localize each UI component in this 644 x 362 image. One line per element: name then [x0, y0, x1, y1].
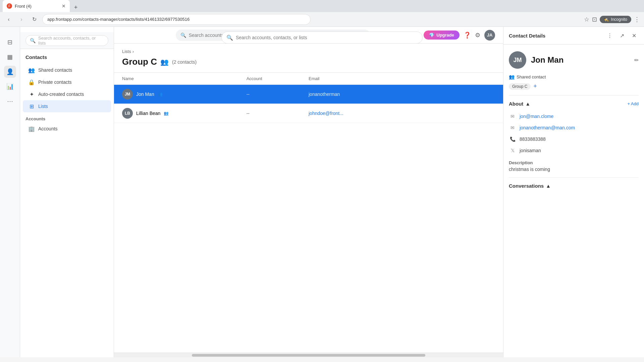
group-icon: 👥	[160, 58, 169, 66]
col-name: Name	[122, 76, 247, 81]
sidebar-item-lists[interactable]: ⊞ Lists	[23, 100, 111, 112]
search-input[interactable]	[236, 35, 418, 40]
email-1-link[interactable]: jon@man.clome	[520, 114, 553, 119]
user-avatar[interactable]: JA	[484, 30, 495, 41]
info-row-phone: 📞 8833883388	[509, 133, 639, 145]
phone-value: 8833883388	[520, 136, 546, 142]
contact-name: Lillian Bean	[136, 111, 160, 116]
tab-favicon: F	[7, 3, 12, 9]
avatar: LB	[122, 108, 133, 119]
sidebar-contacts-icon[interactable]: 👤	[4, 66, 16, 78]
contact-hero: JM Jon Man ✏	[509, 51, 639, 69]
tab-close-button[interactable]: ✕	[62, 3, 66, 9]
details-header: Contact Details ⋮ ↗ ✕	[503, 27, 644, 45]
sidebar-calendar-icon[interactable]: ▦	[4, 51, 16, 63]
sidebar-item-accounts-label: Accounts	[38, 126, 58, 131]
details-external-link-button[interactable]: ↗	[617, 31, 627, 40]
contact-hero-name: Jon Man	[531, 55, 630, 65]
details-more-button[interactable]: ⋮	[605, 31, 614, 40]
sidebar-item-auto-contacts[interactable]: ✦ Auto-created contacts	[23, 88, 111, 100]
page-header: Lists › Group C 👥 (2 contacts)	[114, 44, 503, 73]
private-contacts-icon: 🔒	[28, 79, 35, 85]
sidebar-item-auto-label: Auto-created contacts	[38, 92, 84, 97]
about-title: About ▲	[509, 101, 530, 107]
shared-badge-label: Shared contact	[517, 74, 546, 79]
email-2-link[interactable]: jonanotherman@man.com	[520, 125, 575, 130]
phone-icon: 📞	[509, 135, 516, 143]
upgrade-button[interactable]: 💎 Upgrade	[424, 31, 460, 40]
incognito-indicator: 🕵 Incognito	[600, 16, 631, 23]
details-close-button[interactable]: ✕	[629, 31, 639, 40]
sidebar-item-lists-label: Lists	[38, 104, 48, 109]
shared-badge-icon: 👥	[509, 74, 515, 79]
email-icon: ✉	[509, 113, 516, 120]
account-cell: --	[247, 91, 309, 97]
add-tag-button[interactable]: +	[533, 83, 537, 90]
new-tab-button[interactable]: +	[71, 3, 80, 12]
extensions-icon[interactable]: ⊡	[592, 16, 597, 23]
contacts-table: Name Account Email JM Jon Man 👥 -- jonan…	[114, 73, 503, 353]
info-row-email2: ✉ jonanotherman@man.com	[509, 122, 639, 133]
accounts-section-title: Accounts	[20, 112, 114, 123]
shared-contacts-icon: 👥	[28, 67, 35, 73]
table-row[interactable]: LB Lillian Bean 👥 -- johndoe@front...	[114, 104, 503, 123]
table-row[interactable]: JM Jon Man 👥 -- jonanotherman	[114, 85, 503, 104]
tab-title: Front (4)	[15, 4, 59, 9]
horizontal-scrollbar[interactable]	[114, 353, 503, 357]
forward-button[interactable]: ›	[17, 15, 26, 24]
browser-navbar: ‹ › ↻ app.frontapp.com/contacts-manager/…	[0, 12, 644, 27]
help-icon[interactable]: ❓	[464, 32, 471, 39]
breadcrumb-lists: Lists	[122, 49, 131, 54]
sidebar-item-private-contacts[interactable]: 🔒 Private contacts	[23, 76, 111, 88]
avatar: JM	[122, 89, 133, 100]
about-chevron-icon: ▲	[525, 101, 530, 107]
scroll-thumb[interactable]	[192, 354, 425, 357]
details-body: JM Jon Man ✏ 👥 Shared contact Group C + …	[503, 45, 644, 357]
tag-group-c: Group C	[509, 83, 531, 90]
app-sidebar: 🔍 ⊟ ▦ 👤 📊 ⋯	[0, 27, 20, 357]
incognito-label: Incognito	[611, 17, 627, 22]
sidebar-item-shared-contacts[interactable]: 👥 Shared contacts	[23, 64, 111, 76]
back-button[interactable]: ‹	[4, 15, 13, 24]
sidebar-item-shared-label: Shared contacts	[38, 67, 72, 73]
sidebar-chart-icon[interactable]: 📊	[4, 80, 16, 93]
shared-icon: 👥	[158, 92, 163, 97]
sidebar-item-private-label: Private contacts	[38, 79, 72, 85]
address-bar[interactable]: app.frontapp.com/contacts-manager/contac…	[42, 14, 311, 25]
edit-contact-button[interactable]: ✏	[634, 57, 639, 63]
email-cell: johndoe@front...	[309, 110, 433, 116]
add-info-button[interactable]: + Add	[627, 101, 639, 106]
breadcrumb[interactable]: Lists ›	[122, 49, 495, 54]
main-content: 🔍 💎 Upgrade ❓ ⚙ JA Lists › Group C	[114, 27, 503, 357]
browser-tab[interactable]: F Front (4) ✕	[3, 0, 70, 12]
browser-menu-button[interactable]: ⋮	[634, 16, 640, 23]
main-search-icon: 🔍	[180, 33, 186, 38]
col-account: Account	[247, 76, 309, 81]
shared-icon: 👥	[164, 111, 169, 116]
contacts-section-title: Contacts	[20, 54, 114, 64]
search-icon: 🔍	[226, 35, 233, 41]
url-text: app.frontapp.com/contacts-manager/contac…	[47, 17, 190, 22]
contact-count: (2 contacts)	[172, 59, 197, 65]
conversations-title-text: Conversations	[509, 183, 544, 189]
upgrade-icon: 💎	[429, 33, 434, 38]
sidebar-inbox-icon[interactable]: ⊟	[4, 36, 16, 48]
contact-details-panel: Contact Details ⋮ ↗ ✕ JM Jon Man ✏ 👥 Sha…	[503, 27, 644, 357]
auto-contacts-icon: ✦	[28, 91, 35, 98]
about-section-header: About ▲ + Add	[509, 101, 639, 107]
col-extra	[433, 76, 495, 81]
email-icon-2: ✉	[509, 124, 516, 131]
accounts-icon: 🏢	[28, 125, 35, 132]
reload-button[interactable]: ↻	[30, 15, 39, 24]
table-header: Name Account Email	[114, 73, 503, 85]
settings-icon[interactable]: ⚙	[475, 32, 480, 39]
incognito-icon: 🕵	[604, 17, 609, 22]
bookmark-icon[interactable]: ☆	[584, 16, 589, 23]
contact-name-cell: LB Lillian Bean 👥	[122, 108, 247, 119]
page-title: Group C 👥 (2 contacts)	[122, 57, 495, 67]
contact-hero-avatar: JM	[509, 51, 526, 69]
sidebar-more-icon[interactable]: ⋯	[4, 95, 16, 107]
conversations-chevron-icon: ▲	[546, 183, 551, 189]
sidebar-item-accounts[interactable]: 🏢 Accounts	[23, 123, 111, 135]
breadcrumb-arrow: ›	[132, 49, 134, 54]
